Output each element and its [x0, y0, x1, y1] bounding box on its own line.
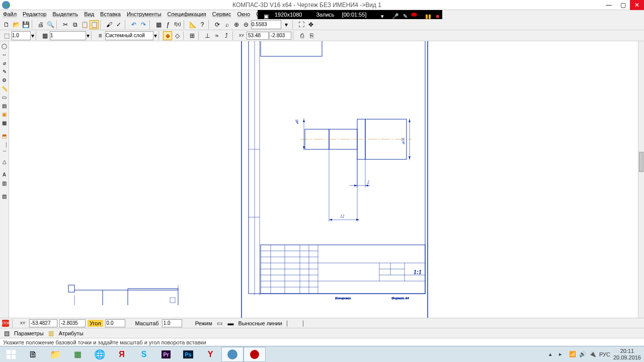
select-tool[interactable]: ▭: [1, 94, 9, 102]
table-tool[interactable]: ▥: [1, 179, 9, 188]
print-button[interactable]: 🖨: [36, 20, 45, 29]
tabs-home-button[interactable]: ➜: [3, 1, 12, 10]
scale1-input[interactable]: [12, 31, 31, 40]
zoom-fit-button[interactable]: ⛶: [297, 20, 306, 29]
menu-tools[interactable]: Инструменты: [124, 10, 165, 19]
menu-file[interactable]: Файл: [0, 10, 20, 19]
spec-button[interactable]: ▦: [154, 20, 163, 29]
var-button[interactable]: ƒ: [164, 20, 173, 29]
maximize-button[interactable]: ▢: [616, 0, 630, 10]
new-button[interactable]: 🗋: [2, 20, 11, 29]
mode-b-button[interactable]: ▬: [226, 319, 235, 328]
drawing-canvas[interactable]: ⌀8 ⌀16 2 12 1:1 Копировал Формат А4: [9, 41, 638, 318]
redo-button[interactable]: ↷: [139, 20, 148, 29]
menu-view[interactable]: Вид: [81, 10, 97, 19]
task-photoshop[interactable]: Ps: [177, 347, 199, 362]
fx-button[interactable]: f(x): [173, 20, 182, 29]
task-kompas[interactable]: [221, 347, 244, 362]
coord-y-display[interactable]: [269, 32, 291, 40]
coord-x-display[interactable]: [247, 32, 269, 40]
mode-a-button[interactable]: ▭: [215, 319, 224, 328]
spec-tool[interactable]: ▤: [1, 102, 9, 110]
task-excel[interactable]: ▦: [66, 347, 89, 362]
layer-select[interactable]: [105, 31, 153, 40]
menu-select[interactable]: Выделить: [49, 10, 81, 19]
task-browser[interactable]: Y: [199, 347, 221, 362]
cut-button[interactable]: ✂: [61, 20, 70, 29]
zoom-value-input[interactable]: [251, 20, 281, 29]
params-tab[interactable]: Параметры: [13, 330, 45, 336]
arc-tool[interactable]: ⌒: [1, 149, 9, 157]
params-icon[interactable]: ▤: [2, 329, 11, 338]
recorder-dropdown-icon[interactable]: ▾: [378, 12, 384, 17]
menu-spec[interactable]: Спецификация: [165, 10, 209, 19]
layers-button[interactable]: ≡: [96, 31, 105, 40]
grid-button[interactable]: ⊞: [188, 31, 197, 40]
text-tool[interactable]: A: [1, 171, 9, 179]
snap-button[interactable]: ◆: [163, 31, 172, 40]
recorder-expand-icon[interactable]: ▣: [261, 12, 267, 17]
extra1-button[interactable]: ⎙: [297, 31, 306, 40]
leaders-off-button[interactable]: ⎹: [296, 319, 305, 328]
task-chrome[interactable]: 🌐: [89, 347, 111, 362]
params-tool[interactable]: ⚙: [1, 76, 9, 84]
preview-button[interactable]: 🔍: [46, 20, 55, 29]
attrs-tab[interactable]: Атрибуты: [58, 330, 85, 336]
zoom-window-button[interactable]: ⌕: [222, 20, 231, 29]
recorder-mic-icon[interactable]: 🎤: [389, 12, 395, 17]
menu-editor[interactable]: Редактор: [20, 10, 49, 19]
ortho-button[interactable]: ⬚: [2, 31, 11, 40]
measure-tool[interactable]: 📏: [1, 85, 9, 93]
geometry-tool[interactable]: ◯: [1, 42, 9, 50]
task-recorder[interactable]: [244, 347, 266, 362]
xy-button[interactable]: XY: [237, 31, 246, 40]
refresh-button[interactable]: ⟳: [213, 20, 222, 29]
start-button[interactable]: [0, 347, 22, 362]
tray-vol-icon[interactable]: 🔊: [579, 351, 586, 358]
recorder-stop-icon[interactable]: ■: [433, 12, 439, 17]
minimize-button[interactable]: —: [602, 0, 616, 10]
zoom-in-button[interactable]: ⊕: [232, 20, 241, 29]
insert-tool[interactable]: ⬒: [1, 132, 9, 140]
local-button[interactable]: ⤴: [222, 31, 231, 40]
help-button[interactable]: ?: [198, 20, 207, 29]
task-premiere[interactable]: Pr: [155, 347, 177, 362]
zoom-out-button[interactable]: ⊖: [242, 20, 251, 29]
copy-props-button[interactable]: 📋: [90, 20, 99, 29]
views-tool[interactable]: ▣: [1, 111, 9, 119]
vertical-scrollbar[interactable]: [638, 41, 644, 318]
extra2-button[interactable]: ⎘: [307, 31, 316, 40]
hatch-tool[interactable]: ▨: [1, 193, 9, 201]
round-button[interactable]: ≈: [212, 31, 221, 40]
report-tool[interactable]: ▦: [1, 119, 9, 127]
stop-command-button[interactable]: STOP: [2, 320, 9, 327]
dimension-tool[interactable]: ↔: [1, 51, 9, 59]
save-button[interactable]: 💾: [21, 20, 30, 29]
open-button[interactable]: 📂: [12, 20, 21, 29]
edit-tool[interactable]: ✎: [1, 68, 9, 76]
snap2-button[interactable]: ◇: [173, 31, 182, 40]
angle-input[interactable]: [105, 319, 125, 327]
undo-button[interactable]: ↶: [129, 20, 138, 29]
state-button[interactable]: ▦: [40, 31, 49, 40]
paste-button[interactable]: 📋: [80, 20, 89, 29]
task-yandex[interactable]: Я: [111, 347, 133, 362]
recorder-record-icon[interactable]: [411, 13, 417, 17]
copy-format-button[interactable]: 🖌: [105, 20, 114, 29]
copy-button[interactable]: ⧉: [70, 20, 79, 29]
tray-power-icon[interactable]: 🔌: [589, 351, 596, 358]
props-button[interactable]: ✓: [114, 20, 123, 29]
ortho2-button[interactable]: ⊥: [203, 31, 212, 40]
leaders-on-button[interactable]: ⎸: [285, 319, 294, 328]
task-explorer[interactable]: 🗎: [22, 347, 44, 362]
recorder-pause-icon[interactable]: ▮▮: [422, 12, 428, 17]
scale2-input[interactable]: [50, 31, 86, 40]
close-button[interactable]: ✕: [630, 0, 644, 10]
ruler-button[interactable]: 📐: [188, 20, 197, 29]
tray-up-icon[interactable]: ▴: [549, 351, 556, 358]
menu-window[interactable]: Окно: [234, 10, 253, 19]
symbols-tool[interactable]: ⌀: [1, 59, 9, 67]
tray-lang[interactable]: РУС: [599, 351, 610, 357]
tray-flag-icon[interactable]: ▸: [559, 351, 566, 358]
pan-button[interactable]: ✥: [306, 20, 315, 29]
